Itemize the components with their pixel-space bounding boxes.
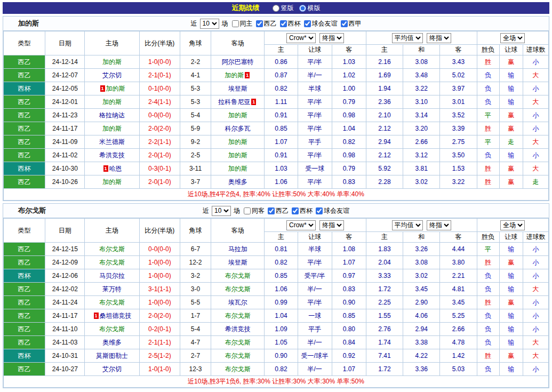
- league-filter-checkbox[interactable]: 西杯: [292, 206, 313, 215]
- team-link[interactable]: 艾尔切: [102, 71, 122, 79]
- filter-checkbox-input[interactable]: [244, 207, 251, 214]
- team-link[interactable]: 格拉纳达: [99, 111, 125, 119]
- horizontal-radio-input[interactable]: [299, 5, 306, 12]
- cell-result-wdl: 负: [477, 269, 499, 283]
- filter-checkbox-input[interactable]: [256, 20, 263, 27]
- team-link[interactable]: 加的斯: [228, 111, 247, 119]
- scope-select[interactable]: 全场: [500, 33, 525, 43]
- cell-score[interactable]: 0-0(0-0): [139, 109, 180, 122]
- team-link[interactable]: 布尔戈斯: [225, 312, 251, 319]
- team-link[interactable]: 加的斯: [102, 58, 122, 66]
- team-link[interactable]: 布尔戈斯: [225, 285, 251, 293]
- cell-score[interactable]: 0-0(0-0): [139, 243, 180, 256]
- team-link[interactable]: 布尔戈斯: [225, 339, 251, 346]
- team-link[interactable]: 莱万特: [102, 285, 122, 293]
- filter-checkbox-input[interactable]: [341, 20, 348, 27]
- team-link[interactable]: 哈恩: [109, 165, 122, 172]
- filter-checkbox-input[interactable]: [292, 207, 299, 214]
- cell-score[interactable]: 3-1(1-1): [139, 283, 180, 296]
- team-link[interactable]: 希洪竞技: [99, 151, 125, 159]
- cell-score[interactable]: 2-0(2-0): [139, 309, 180, 323]
- cell-score[interactable]: 2-4(1-1): [139, 95, 180, 109]
- euro-bookmaker-select[interactable]: 平均值: [392, 33, 423, 43]
- layout-radio-vertical[interactable]: 竖版: [273, 4, 294, 13]
- cell-result-handicap: 输: [499, 95, 523, 109]
- team-link[interactable]: 加的斯: [225, 71, 244, 79]
- team-link[interactable]: 布尔戈斯: [225, 352, 251, 359]
- team-link[interactable]: 埃登斯: [228, 85, 247, 92]
- euro-time-select[interactable]: 终指: [427, 220, 451, 230]
- cell-score[interactable]: 1-0(0-0): [139, 269, 180, 283]
- league-filter-checkbox[interactable]: 同主: [232, 19, 253, 28]
- cell-score[interactable]: 0-1(0-0): [139, 82, 180, 95]
- cell-league-type: 西乙: [4, 175, 45, 189]
- filter-checkbox-input[interactable]: [268, 207, 275, 214]
- cell-score[interactable]: 2-1(1-1): [139, 336, 180, 349]
- cell-score[interactable]: 1-0(0-0): [139, 296, 180, 309]
- team-section: 加的斯 近 10 场 同主西乙西杯球会友谊西甲 类型 日期 主场: [3, 16, 549, 201]
- team-link[interactable]: 加的斯: [102, 178, 122, 186]
- team-link[interactable]: 马拉加: [228, 245, 247, 253]
- cell-score[interactable]: 1-0(1-0): [139, 363, 180, 376]
- asian-bookmaker-select[interactable]: Crow*: [286, 33, 316, 43]
- cell-score[interactable]: 2-0(1-0): [139, 175, 180, 189]
- league-filter-checkbox[interactable]: 西杯: [280, 19, 301, 28]
- match-row: 西乙24-11-10布尔戈斯0-2(0-1)5-4希洪竞技1.09平手0.802…: [4, 323, 549, 336]
- cell-score[interactable]: 2-0(1-0): [139, 149, 180, 162]
- league-filter-checkbox[interactable]: 同客: [244, 206, 265, 215]
- team-link[interactable]: 科尔多瓦: [225, 125, 251, 132]
- team-link[interactable]: 莫斯图勒士: [96, 352, 128, 359]
- team-link[interactable]: 加的斯: [228, 165, 247, 172]
- cell-result-wdl: 负: [477, 323, 499, 336]
- asian-bookmaker-select[interactable]: Crow*: [286, 220, 316, 230]
- team-link[interactable]: 艾尔切: [102, 365, 122, 373]
- match-count-select[interactable]: 10: [212, 206, 231, 216]
- cell-score[interactable]: 2-1(0-1): [139, 69, 180, 82]
- filter-checkbox-input[interactable]: [304, 20, 311, 27]
- team-link[interactable]: 布尔戈斯: [99, 245, 125, 253]
- team-link[interactable]: 马贝尔拉: [99, 272, 125, 279]
- team-link[interactable]: 桑坦德竞技: [100, 312, 132, 319]
- team-link[interactable]: 埃登斯: [228, 259, 247, 266]
- team-link[interactable]: 加的斯: [106, 85, 125, 92]
- team-link[interactable]: 米兰德斯: [99, 138, 125, 146]
- league-filter-checkbox[interactable]: 西乙: [256, 19, 277, 28]
- cell-score[interactable]: 0-3(0-1): [139, 162, 180, 175]
- cell-score[interactable]: 0-2(0-1): [139, 323, 180, 336]
- league-filter-checkbox[interactable]: 球会友谊: [304, 19, 338, 28]
- team-link[interactable]: 布尔戈斯: [225, 272, 251, 279]
- cell-score[interactable]: 1-0(0-0): [139, 55, 180, 69]
- cell-score[interactable]: 2-5(1-2): [139, 349, 180, 363]
- filter-checkbox-input[interactable]: [280, 20, 287, 27]
- filter-checkbox-input[interactable]: [232, 20, 239, 27]
- team-link[interactable]: 埃瓦尔: [228, 299, 247, 306]
- euro-time-select[interactable]: 终指: [427, 33, 451, 43]
- team-link[interactable]: 加的斯: [228, 151, 247, 159]
- scope-select[interactable]: 全场: [500, 220, 525, 230]
- team-link[interactable]: 奥维多: [102, 339, 122, 346]
- asian-time-select[interactable]: 终指: [319, 33, 344, 43]
- team-link[interactable]: 加的斯: [228, 138, 247, 146]
- cell-score[interactable]: 1-0(0-0): [139, 256, 180, 269]
- euro-bookmaker-select[interactable]: 平均值: [392, 220, 423, 230]
- cell-score[interactable]: 2-0(2-0): [139, 122, 180, 135]
- filter-checkbox-input[interactable]: [316, 207, 323, 214]
- vertical-radio-input[interactable]: [273, 5, 279, 12]
- team-link[interactable]: 阿尔巴塞特: [222, 58, 254, 66]
- asian-time-select[interactable]: 终指: [319, 220, 344, 230]
- team-link[interactable]: 拉科鲁尼亚: [218, 98, 250, 106]
- team-link[interactable]: 布尔戈斯: [225, 365, 251, 373]
- cell-score[interactable]: 2-2(1-1): [139, 135, 180, 149]
- layout-radio-horizontal[interactable]: 横版: [299, 4, 321, 13]
- team-link[interactable]: 加的斯: [102, 98, 122, 106]
- team-link[interactable]: 布尔戈斯: [99, 259, 125, 266]
- match-count-select[interactable]: 10: [200, 19, 219, 29]
- team-link[interactable]: 加的斯: [102, 125, 122, 132]
- team-link[interactable]: 布尔戈斯: [99, 325, 125, 333]
- team-link[interactable]: 布尔戈斯: [99, 299, 125, 306]
- league-filter-checkbox[interactable]: 球会友谊: [316, 206, 349, 215]
- league-filter-checkbox[interactable]: 西乙: [268, 206, 289, 215]
- team-link[interactable]: 希洪竞技: [225, 325, 251, 333]
- team-link[interactable]: 奥维多: [228, 178, 247, 186]
- league-filter-checkbox[interactable]: 西甲: [341, 19, 362, 28]
